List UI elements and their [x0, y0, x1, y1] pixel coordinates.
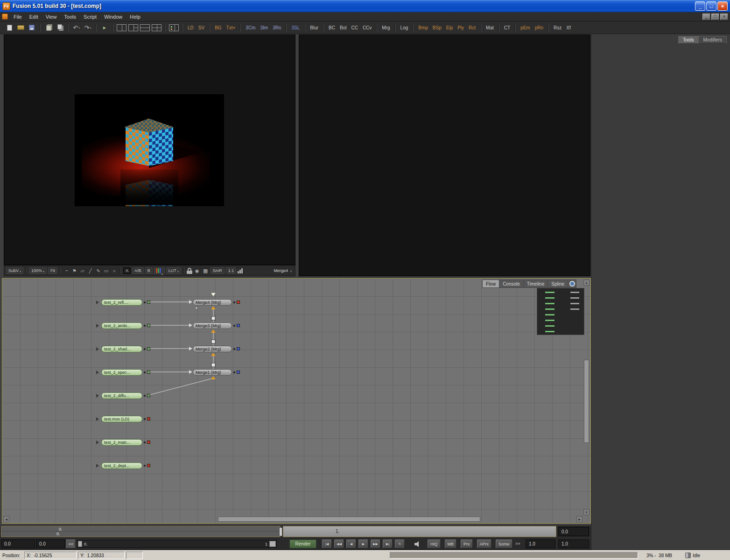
layout-grid-button[interactable] [152, 23, 161, 32]
view-b-button[interactable]: B [145, 267, 153, 274]
left-viewer[interactable] [4, 35, 295, 265]
tool-bsp[interactable]: BSp [431, 25, 443, 30]
vscroll-thumb[interactable] [584, 360, 589, 443]
new-comp-button[interactable] [5, 23, 14, 32]
mb-toggle[interactable]: MB [445, 539, 457, 548]
tool-ccv[interactable]: CCv [361, 25, 373, 30]
flow-node-loader[interactable]: test_2_shad... [96, 345, 150, 352]
curve-icon[interactable]: ~ [63, 268, 70, 273]
flow-tab-spline[interactable]: Spline [548, 280, 568, 287]
lut-button[interactable]: LUT [166, 267, 181, 274]
fit-button[interactable]: Fit [48, 267, 57, 274]
tool-bmp[interactable]: Bmp [416, 25, 430, 30]
last-frame-button[interactable]: ▶| [383, 539, 393, 548]
tool-pem[interactable]: pEm [519, 25, 532, 30]
menu-window[interactable]: Window [100, 14, 126, 20]
info-button[interactable] [568, 280, 576, 287]
timeline-range-left[interactable]: 0. 0. [1, 526, 281, 537]
menu-view[interactable]: View [42, 14, 61, 20]
tool-3im[interactable]: 3Im [258, 25, 270, 30]
menu-help[interactable]: Help [126, 14, 144, 20]
flow-tab-timeline[interactable]: Timeline [524, 280, 548, 287]
close-button[interactable]: × [717, 1, 728, 11]
flow-node-loader[interactable]: test_2_ambi... [96, 322, 150, 329]
loop-button[interactable]: ↻ [395, 539, 405, 548]
scroll-down-icon[interactable] [583, 509, 590, 515]
subview-toggle[interactable]: SubV [6, 267, 23, 274]
scroll-up-icon[interactable] [583, 280, 590, 286]
flow-node-loader[interactable]: test_2_refl.... [96, 299, 150, 306]
first-frame-button[interactable]: |◀ [322, 539, 332, 548]
flow-node-loader[interactable]: test.mov (LD) [96, 415, 150, 422]
layout-bottom-split-button[interactable] [140, 23, 150, 32]
prx-toggle[interactable]: Prx [461, 539, 473, 548]
tool-xf[interactable]: Xf [564, 25, 572, 30]
slider-right-handle[interactable] [269, 541, 276, 547]
transport-end-field[interactable]: 1.0 [558, 539, 589, 548]
flow-node-loader[interactable]: test_2_spec... [96, 369, 150, 376]
right-viewer[interactable] [299, 35, 590, 276]
tool-3cm[interactable]: 3Cm [244, 25, 257, 30]
tool-mat[interactable]: Mat [484, 25, 496, 30]
one-to-one-button[interactable]: 1:1 [226, 267, 237, 274]
step-label[interactable]: >> [515, 541, 520, 546]
flag-icon[interactable]: ⚑ [71, 268, 78, 273]
flow-editor[interactable]: test_2_refl....test_2_ambi...test_2_shad… [2, 278, 591, 524]
viewed-node-selector[interactable]: Merge4 [274, 268, 293, 273]
mdi-minimize-button[interactable]: _ [702, 14, 710, 20]
layout-two-vertical-button[interactable] [117, 23, 126, 32]
flow-node-loader[interactable]: test_2_dept... [96, 462, 150, 469]
copy-button[interactable] [55, 23, 64, 32]
tool-txtplus[interactable]: Txt+ [225, 25, 238, 30]
flow-node-loader[interactable]: test_2_matc... [96, 439, 150, 446]
tool-sv[interactable]: SV [197, 25, 206, 30]
current-time-slider[interactable]: 0. 1 [77, 540, 277, 548]
tool-blur[interactable]: Blur [308, 25, 320, 30]
tool-prn[interactable]: pRn [533, 25, 545, 30]
tool-ld[interactable]: LD [186, 25, 196, 30]
fast-forward-button[interactable]: ▶▶ [371, 539, 380, 548]
tool-3rn[interactable]: 3Rn [271, 25, 283, 30]
checker-underlay-icon[interactable] [202, 268, 209, 274]
tool-mrg[interactable]: Mrg [380, 25, 392, 30]
layout-flow-button[interactable] [169, 23, 179, 32]
flow-node-loader[interactable]: test_2_diffu... [96, 392, 150, 399]
line-icon[interactable]: ╱ [87, 268, 94, 273]
slider-left-handle[interactable] [78, 541, 82, 547]
flow-tab-console[interactable]: Console [499, 280, 524, 287]
panel-tab-modifiers[interactable]: Modifiers [698, 36, 727, 44]
levels-icon[interactable] [238, 268, 243, 273]
save-comp-button[interactable] [27, 23, 36, 32]
scroll-right-icon[interactable] [576, 516, 583, 522]
play-forward-button[interactable]: ▶ [358, 539, 368, 548]
hiq-toggle[interactable]: HiQ [428, 539, 441, 548]
tool-elp[interactable]: Elp [444, 25, 455, 30]
polyline-icon[interactable]: ▱ [79, 268, 86, 273]
menu-tools[interactable]: Tools [60, 14, 80, 20]
tool-rsz[interactable]: Rsz [552, 25, 563, 30]
flow-horizontal-scrollbar[interactable] [3, 516, 583, 522]
tool-rct[interactable]: Rct [467, 25, 477, 30]
tool-bg[interactable]: BG [213, 25, 223, 30]
flow-node-merge[interactable]: Merge1 (Mrg) [193, 369, 240, 376]
window-titlebar[interactable]: Fs Fusion 5.01 build 30 - [test.comp] _ … [0, 0, 730, 12]
tool-3sl[interactable]: 3SL [289, 25, 302, 30]
tool-cc[interactable]: CC [349, 25, 359, 30]
redo-button[interactable]: ↷▾ [83, 23, 92, 32]
hscroll-thumb[interactable] [218, 517, 480, 522]
flow-navigator[interactable] [537, 288, 584, 335]
scroll-left-icon[interactable] [3, 516, 9, 522]
mdi-close-button[interactable]: × [720, 14, 728, 20]
tool-log[interactable]: Log [399, 25, 410, 30]
audio-icon[interactable] [414, 541, 423, 547]
rgb-channels-icon[interactable] [154, 267, 165, 274]
render-button[interactable]: Render [289, 539, 316, 548]
flow-node-merge[interactable]: Merge2 (Mrg) [193, 345, 240, 352]
flow-vertical-scrollbar[interactable] [583, 280, 590, 515]
undo-button[interactable]: ↶▾ [72, 23, 81, 32]
tool-bc[interactable]: BC [327, 25, 337, 30]
lock-icon[interactable] [187, 268, 192, 274]
view-a-button[interactable]: A [123, 267, 131, 274]
pencil-icon[interactable]: ✎ [95, 268, 102, 273]
menu-script[interactable]: Script [80, 14, 100, 20]
